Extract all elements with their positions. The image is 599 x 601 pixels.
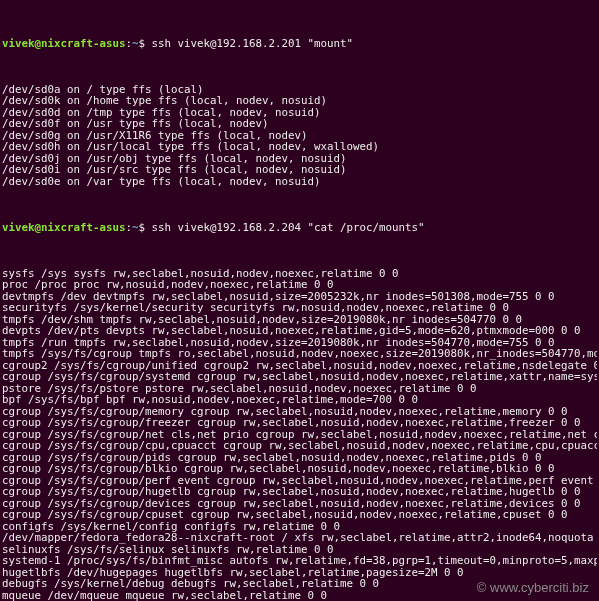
output-line: cgroup /sys/fs/cgroup/devices cgroup rw,…	[2, 498, 597, 510]
output-line: tmpfs /dev/shm tmpfs rw,seclabel,nosuid,…	[2, 314, 597, 326]
output-line: cgroup2 /sys/fs/cgroup/unified cgroup2 r…	[2, 360, 597, 372]
prompt-line-2: vivek@nixcraft-asus:~$ ssh vivek@192.168…	[2, 222, 597, 234]
prompt-host: nixcraft-asus	[41, 222, 126, 234]
output-line: /dev/sd0k on /home type ffs (local, node…	[2, 95, 597, 107]
output-line: /dev/sd0a on / type ffs (local)	[2, 84, 597, 96]
output-line: /dev/sd0g on /usr/X11R6 type ffs (local,…	[2, 130, 597, 142]
output-line: cgroup /sys/fs/cgroup/systemd cgroup rw,…	[2, 371, 597, 383]
output-line: hugetlbfs /dev/hugepages hugetlbfs rw,se…	[2, 567, 597, 579]
watermark: © www.cyberciti.biz	[477, 582, 589, 594]
output-line: /dev/sd0d on /tmp type ffs (local, nodev…	[2, 107, 597, 119]
output-line: selinuxfs /sys/fs/selinux selinuxfs rw,r…	[2, 544, 597, 556]
output-line: pstore /sys/fs/pstore pstore rw,seclabel…	[2, 383, 597, 395]
output-line: tmpfs /run tmpfs rw,seclabel,nosuid,node…	[2, 337, 597, 349]
output-line: devtmpfs /dev devtmpfs rw,seclabel,nosui…	[2, 291, 597, 303]
output-line: proc /proc proc rw,nosuid,nodev,noexec,r…	[2, 279, 597, 291]
output-line: cgroup /sys/fs/cgroup/blkio cgroup rw,se…	[2, 463, 597, 475]
output-line: devpts /dev/pts devpts rw,seclabel,nosui…	[2, 325, 597, 337]
prompt-host: nixcraft-asus	[41, 38, 126, 50]
output-line: cgroup /sys/fs/cgroup/memory cgroup rw,s…	[2, 406, 597, 418]
output-line: cgroup /sys/fs/cgroup/hugetlb cgroup rw,…	[2, 486, 597, 498]
output-line: cgroup /sys/fs/cgroup/pids cgroup rw,sec…	[2, 452, 597, 464]
output-line: /dev/sd0h on /usr/local type ffs (local,…	[2, 141, 597, 153]
output-line: systemd-1 /proc/sys/fs/binfmt_misc autof…	[2, 555, 597, 567]
output-line: /dev/sd0i on /usr/src type ffs (local, n…	[2, 164, 597, 176]
prompt-line-1: vivek@nixcraft-asus:~$ ssh vivek@192.168…	[2, 38, 597, 50]
output-line: sysfs /sys sysfs rw,seclabel,nosuid,node…	[2, 268, 597, 280]
output-line: cgroup /sys/fs/cgroup/cpu,cpuacct cgroup…	[2, 440, 597, 452]
prompt-dollar: $	[139, 38, 152, 50]
output-line: bpf /sys/fs/bpf bpf rw,nosuid,nodev,noex…	[2, 394, 597, 406]
output-line: cgroup /sys/fs/cgroup/net_cls,net_prio c…	[2, 429, 597, 441]
prompt-user: vivek	[2, 38, 35, 50]
prompt-dollar: $	[139, 222, 152, 234]
terminal[interactable]: vivek@nixcraft-asus:~$ ssh vivek@192.168…	[2, 3, 597, 601]
output-line: /dev/sd0e on /var type ffs (local, nodev…	[2, 176, 597, 188]
output-line: cgroup /sys/fs/cgroup/perf_event cgroup …	[2, 475, 597, 487]
output-block-1: /dev/sd0a on / type ffs (local)/dev/sd0k…	[2, 84, 597, 188]
output-line: /dev/sd0j on /usr/obj type ffs (local, n…	[2, 153, 597, 165]
output-line: securityfs /sys/kernel/security security…	[2, 302, 597, 314]
output-line: /dev/mapper/fedora_fedora28--nixcraft-ro…	[2, 532, 597, 544]
output-block-2: sysfs /sys sysfs rw,seclabel,nosuid,node…	[2, 268, 597, 602]
command-2: ssh vivek@192.168.2.204 "cat /proc/mount…	[152, 222, 425, 234]
output-line: configfs /sys/kernel/config configfs rw,…	[2, 521, 597, 533]
output-line: /dev/sd0f on /usr type ffs (local, nodev…	[2, 118, 597, 130]
output-line: cgroup /sys/fs/cgroup/cpuset cgroup rw,s…	[2, 509, 597, 521]
command-1: ssh vivek@192.168.2.201 "mount"	[152, 38, 354, 50]
output-line: cgroup /sys/fs/cgroup/freezer cgroup rw,…	[2, 417, 597, 429]
prompt-user: vivek	[2, 222, 35, 234]
output-line: tmpfs /sys/fs/cgroup tmpfs ro,seclabel,n…	[2, 348, 597, 360]
